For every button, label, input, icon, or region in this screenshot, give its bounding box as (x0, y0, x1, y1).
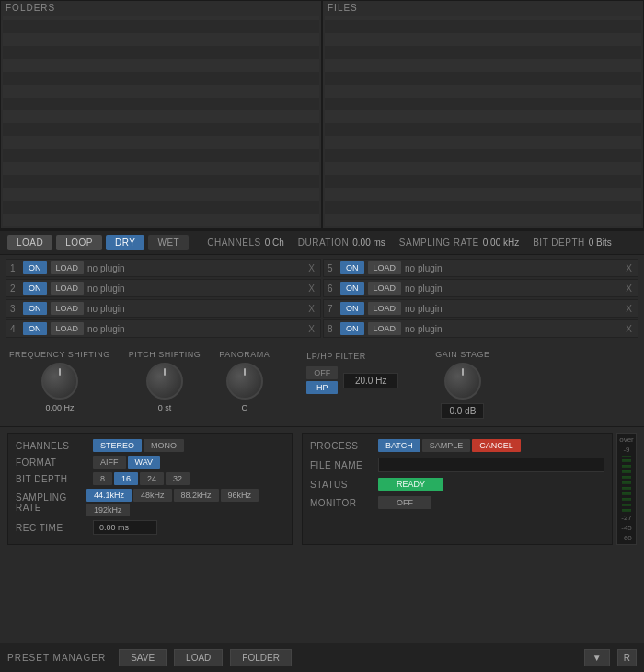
ch3-load-button[interactable]: LOAD (51, 302, 85, 315)
preset-load-button[interactable]: LOAD (174, 649, 223, 666)
sr88-button[interactable]: 88.2kHz (174, 489, 219, 502)
ch3-remove-button[interactable]: X (306, 304, 316, 314)
sr44-button[interactable]: 44.1kHz (86, 489, 132, 502)
ch6-load-button[interactable]: LOAD (368, 282, 402, 295)
sampling-value: 0.00 kHz (483, 238, 519, 248)
batch-button[interactable]: BATCH (378, 439, 420, 452)
ch4-load-button[interactable]: LOAD (51, 322, 85, 335)
filename-input[interactable] (378, 458, 604, 472)
ch8-load-button[interactable]: LOAD (368, 322, 402, 335)
main-container: FOLDERS FILES LOAD LOOP DRY WET CHANNELS… (0, 0, 644, 672)
wet-button[interactable]: WET (148, 235, 189, 250)
bd8-button[interactable]: 8 (93, 472, 112, 485)
rectime-setting-label: REC TIME (16, 523, 89, 533)
bitdepth-buttons: 8 16 24 32 (93, 472, 190, 485)
ch1-on-button[interactable]: ON (23, 261, 47, 274)
ch4-on-button[interactable]: ON (23, 322, 47, 335)
panorama-label: PANORAMA (219, 350, 270, 359)
sr48-button[interactable]: 48kHz (133, 489, 172, 502)
panorama-knob[interactable] (226, 363, 263, 400)
channels-grid: 1 ON LOAD no plugin X 5 ON LOAD no plugi… (6, 259, 638, 338)
ch5-load-button[interactable]: LOAD (368, 261, 402, 274)
preset-save-button[interactable]: SAVE (119, 649, 167, 666)
ch-num-5: 5 (328, 263, 337, 273)
bitdepth-setting-row: BIT DEPTH 8 16 24 32 (16, 472, 284, 485)
pitch-shift-label: PITCH SHIFTING (129, 350, 201, 359)
preset-folder-button[interactable]: FOLDER (230, 649, 292, 666)
freq-shift-knob[interactable] (41, 363, 78, 400)
channels-info-value: 0 Ch (265, 238, 284, 248)
format-setting-row: FORMAT AIFF WAV (16, 456, 284, 469)
stereo-button[interactable]: STEREO (93, 439, 142, 452)
ch7-on-button[interactable]: ON (340, 302, 364, 315)
lphp-hp-button[interactable]: HP (306, 381, 338, 394)
bd24-button[interactable]: 24 (140, 472, 164, 485)
process-buttons-row: PROCESS BATCH SAMPLE CANCEL (310, 439, 604, 452)
monitor-off-button[interactable]: OFF (378, 496, 431, 509)
folders-stripes (3, 16, 319, 226)
preset-dropdown-button[interactable]: ▼ (584, 649, 610, 666)
ch8-on-button[interactable]: ON (340, 322, 364, 335)
bd16-button[interactable]: 16 (114, 472, 138, 485)
freq-shift-label: FREQUENCY SHIFTING (9, 350, 110, 359)
filename-label: FILE NAME (310, 460, 374, 470)
channel-row-4: 4 ON LOAD no plugin X (6, 319, 321, 338)
preset-r-button[interactable]: R (617, 649, 637, 666)
bd32-button[interactable]: 32 (166, 472, 190, 485)
bitdepth-label: BIT DEPTH (533, 238, 585, 248)
dry-button[interactable]: DRY (106, 235, 144, 250)
status-label: STATUS (310, 480, 374, 490)
process-label: PROCESS (310, 441, 374, 451)
ch1-load-button[interactable]: LOAD (51, 261, 85, 274)
freq-display: 20.0 Hz (343, 373, 398, 388)
load-button[interactable]: LOAD (7, 235, 52, 250)
sr192-button[interactable]: 192kHz (86, 504, 130, 516)
rectime-setting-row: REC TIME (16, 520, 284, 535)
preset-manager-label: PRESET MANAGER (7, 653, 106, 663)
ch2-on-button[interactable]: ON (23, 282, 47, 295)
sampling-info: SAMPLING RATE 0.00 kHz (399, 238, 519, 248)
ch2-load-button[interactable]: LOAD (51, 282, 85, 295)
ch6-remove-button[interactable]: X (624, 284, 634, 294)
ch7-remove-button[interactable]: X (624, 304, 634, 314)
process-panel: PROCESS BATCH SAMPLE CANCEL FILE NAME ST… (302, 433, 613, 545)
cancel-button[interactable]: CANCEL (472, 439, 521, 452)
ch8-remove-button[interactable]: X (624, 324, 634, 334)
lphp-buttons: OFF HP (306, 366, 338, 394)
format-setting-label: FORMAT (16, 458, 89, 468)
loop-button[interactable]: LOOP (56, 235, 102, 250)
sampling-label: SAMPLING RATE (399, 238, 479, 248)
ch2-remove-button[interactable]: X (306, 284, 316, 294)
ch5-on-button[interactable]: ON (340, 261, 364, 274)
status-ready-button[interactable]: READY (378, 478, 443, 491)
process-buttons: BATCH SAMPLE CANCEL (378, 439, 521, 452)
ch4-remove-button[interactable]: X (306, 324, 316, 334)
right-section: PROCESS BATCH SAMPLE CANCEL FILE NAME ST… (302, 433, 637, 545)
channels-buttons: STEREO MONO (93, 439, 184, 452)
effects-section: FREQUENCY SHIFTING 0.00 Hz PITCH SHIFTIN… (0, 342, 644, 427)
aiff-button[interactable]: AIFF (93, 456, 126, 469)
panorama-group: PANORAMA C (219, 350, 270, 412)
ch7-plugin-name: no plugin (405, 304, 620, 314)
sample-button[interactable]: SAMPLE (422, 439, 471, 452)
lphp-controls: OFF HP 20.0 Hz (306, 366, 398, 394)
mono-button[interactable]: MONO (144, 439, 184, 452)
lphp-off-button[interactable]: OFF (306, 366, 338, 379)
wav-button[interactable]: WAV (128, 456, 161, 469)
db-minus27: -27 (621, 514, 632, 522)
ch1-remove-button[interactable]: X (306, 263, 316, 273)
ch6-on-button[interactable]: ON (340, 282, 364, 295)
gain-knob[interactable] (444, 363, 481, 400)
channel-row-2: 2 ON LOAD no plugin X (6, 279, 321, 297)
channels-setting-row: CHANNELS STEREO MONO (16, 439, 284, 452)
ch5-remove-button[interactable]: X (624, 263, 634, 273)
ch8-plugin-name: no plugin (405, 324, 620, 334)
ch7-load-button[interactable]: LOAD (368, 302, 402, 315)
gain-section: GAIN STAGE 0.0 dB (435, 350, 489, 419)
preset-manager: PRESET MANAGER SAVE LOAD FOLDER ▼ R (0, 643, 644, 672)
ch3-on-button[interactable]: ON (23, 302, 47, 315)
filename-row: FILE NAME (310, 458, 604, 472)
sr96-button[interactable]: 96kHz (221, 489, 259, 502)
rectime-input[interactable] (93, 520, 157, 535)
pitch-shift-knob[interactable] (146, 363, 183, 400)
